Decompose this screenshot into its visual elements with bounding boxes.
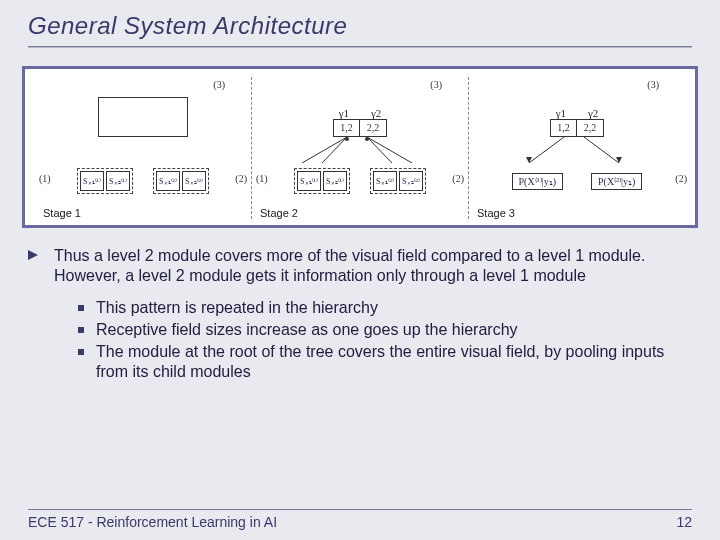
sub-bullet: Receptive field sizes increase as one go… xyxy=(78,320,692,340)
sub-bullet-text: This pattern is repeated in the hierarch… xyxy=(96,298,378,318)
stage2-caption: Stage 2 xyxy=(260,207,298,219)
gamma2-label: γ2 xyxy=(371,107,381,119)
sub-bullet-text: The module at the root of the tree cover… xyxy=(96,342,692,382)
stage2-group1: Sₓ₁⁽¹⁾ Sₓ₂⁽¹⁾ xyxy=(294,168,350,194)
stage-3: (3) γ1 γ2 1,2 2,2 xyxy=(469,77,685,219)
mini-s1x1-b: Sₓ₁⁽¹⁾ xyxy=(297,171,321,191)
stage3-conn xyxy=(469,137,685,163)
mini-s2x1-b: Sₓ₁⁽²⁾ xyxy=(373,171,397,191)
tag-1: (1) xyxy=(39,173,51,184)
gamma1-label-b: γ1 xyxy=(556,107,566,119)
stage3-lines xyxy=(469,137,679,163)
gamma-cell-22-b: 2,2 xyxy=(577,120,603,136)
gamma-group-3: γ1 γ2 1,2 2,2 xyxy=(550,107,604,137)
gamma-group-2: γ1 γ2 1,2 2,2 xyxy=(333,107,387,137)
stage3-caption: Stage 3 xyxy=(477,207,515,219)
stage2-lines xyxy=(252,137,462,163)
slide: General System Architecture (3) (1) Sₓ₁⁽… xyxy=(0,0,720,540)
stage1-caption: Stage 1 xyxy=(43,207,81,219)
page-number: 12 xyxy=(676,514,692,530)
stage-2: (3) γ1 γ2 1,2 2,2 xyxy=(252,77,468,219)
square-icon xyxy=(78,327,84,333)
stage3-lower: P(X⁽¹⁾|y₁) P(X⁽²⁾|y₁) (2) xyxy=(469,163,685,199)
tag-2: (2) xyxy=(235,173,247,184)
square-icon xyxy=(78,349,84,355)
tag-3-b: (3) xyxy=(430,79,442,90)
svg-line-1 xyxy=(322,137,347,163)
pbox-2: P(X⁽²⁾|y₁) xyxy=(591,173,642,190)
gamma-cell-12-b: 1,2 xyxy=(551,120,577,136)
tag-2-c: (2) xyxy=(675,173,687,184)
gamma-cell-22: 2,2 xyxy=(360,120,386,136)
mini-s1x1-a: Sₓ₁⁽¹⁾ xyxy=(80,171,104,191)
stage2-conn xyxy=(252,137,468,163)
gamma-boxes-3: 1,2 2,2 xyxy=(550,119,604,137)
stage1-group1: Sₓ₁⁽¹⁾ Sₓ₂⁽¹⁾ xyxy=(77,168,133,194)
mini-s2x2-b: Sₓ₂⁽²⁾ xyxy=(399,171,423,191)
stage2-upper: (3) γ1 γ2 1,2 2,2 xyxy=(252,77,468,137)
big-box-empty xyxy=(98,97,188,137)
svg-line-2 xyxy=(367,137,392,163)
mini-s2x2-a: Sₓ₂⁽²⁾ xyxy=(182,171,206,191)
stage1-conn xyxy=(35,137,251,163)
main-bullet: Thus a level 2 module covers more of the… xyxy=(28,246,692,286)
tag-2-b: (2) xyxy=(452,173,464,184)
tag-1-b: (1) xyxy=(256,173,268,184)
stage2-lower: (1) Sₓ₁⁽¹⁾ Sₓ₂⁽¹⁾ Sₓ₁⁽²⁾ Sₓ₂⁽²⁾ (2) xyxy=(252,163,468,199)
body-text: Thus a level 2 module covers more of the… xyxy=(28,246,692,382)
svg-point-4 xyxy=(345,137,349,141)
stages-row: (3) (1) Sₓ₁⁽¹⁾ Sₓ₂⁽¹⁾ Sₓ₁⁽²⁾ Sₓ₂⁽²⁾ (2) … xyxy=(35,77,685,219)
svg-line-7 xyxy=(584,137,619,163)
tag-3: (3) xyxy=(213,79,225,90)
stage-1: (3) (1) Sₓ₁⁽¹⁾ Sₓ₂⁽¹⁾ Sₓ₁⁽²⁾ Sₓ₂⁽²⁾ (2) … xyxy=(35,77,251,219)
mini-s1x2-b: Sₓ₂⁽¹⁾ xyxy=(323,171,347,191)
slide-title: General System Architecture xyxy=(28,12,692,40)
stage1-lower: (1) Sₓ₁⁽¹⁾ Sₓ₂⁽¹⁾ Sₓ₁⁽²⁾ Sₓ₂⁽²⁾ (2) xyxy=(35,163,251,199)
footer-left: ECE 517 - Reinforcement Learning in AI xyxy=(28,514,277,530)
svg-line-0 xyxy=(302,137,347,163)
stage2-group2: Sₓ₁⁽²⁾ Sₓ₂⁽²⁾ xyxy=(370,168,426,194)
pbox-1: P(X⁽¹⁾|y₁) xyxy=(512,173,563,190)
square-icon xyxy=(78,305,84,311)
gamma2-label-b: γ2 xyxy=(588,107,598,119)
gamma-boxes-2: 1,2 2,2 xyxy=(333,119,387,137)
mini-s1x2-a: Sₓ₂⁽¹⁾ xyxy=(106,171,130,191)
main-bullet-text: Thus a level 2 module covers more of the… xyxy=(54,246,692,286)
sub-bullet-list: This pattern is repeated in the hierarch… xyxy=(78,298,692,382)
svg-line-6 xyxy=(529,137,564,163)
svg-line-3 xyxy=(367,137,412,163)
footer: ECE 517 - Reinforcement Learning in AI 1… xyxy=(28,509,692,530)
gamma-labels-3: γ1 γ2 xyxy=(556,107,599,119)
sub-bullet-text: Receptive field sizes increase as one go… xyxy=(96,320,518,340)
title-underline xyxy=(28,46,692,48)
gamma-cell-12: 1,2 xyxy=(334,120,360,136)
stage1-group2: Sₓ₁⁽²⁾ Sₓ₂⁽²⁾ xyxy=(153,168,209,194)
sub-bullet: This pattern is repeated in the hierarch… xyxy=(78,298,692,318)
arrow-icon xyxy=(28,250,40,262)
stage1-upper: (3) xyxy=(35,77,251,137)
gamma-labels-2: γ1 γ2 xyxy=(339,107,382,119)
svg-point-5 xyxy=(365,137,369,141)
stage3-upper: (3) γ1 γ2 1,2 2,2 xyxy=(469,77,685,137)
gamma1-label: γ1 xyxy=(339,107,349,119)
tag-3-c: (3) xyxy=(647,79,659,90)
sub-bullet: The module at the root of the tree cover… xyxy=(78,342,692,382)
mini-s2x1-a: Sₓ₁⁽²⁾ xyxy=(156,171,180,191)
figure-frame: (3) (1) Sₓ₁⁽¹⁾ Sₓ₂⁽¹⁾ Sₓ₁⁽²⁾ Sₓ₂⁽²⁾ (2) … xyxy=(22,66,698,228)
